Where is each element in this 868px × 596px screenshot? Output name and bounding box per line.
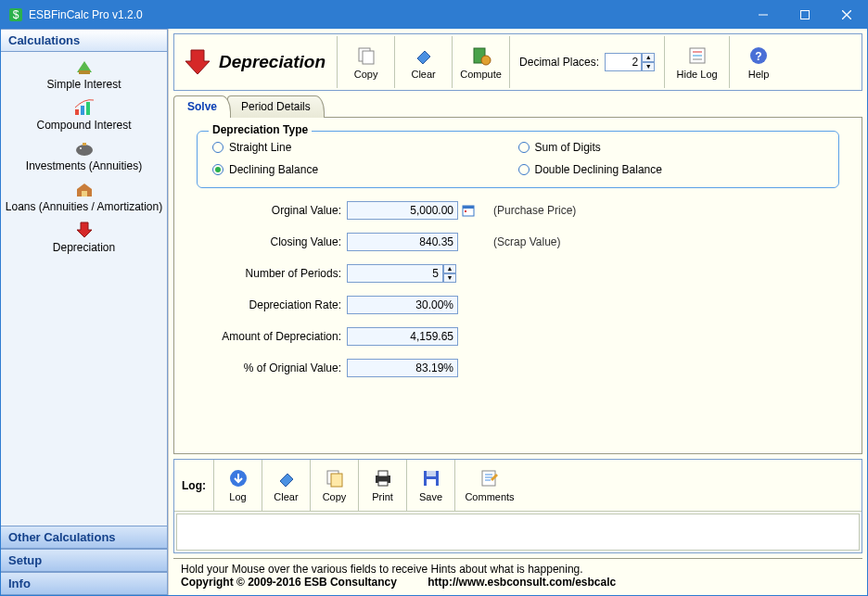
closing-value-hint: (Scrap Value): [493, 235, 560, 248]
percent-label: % of Orignial Value:: [189, 361, 347, 374]
sidebar-item-compound-interest[interactable]: Compound Interest: [1, 96, 167, 137]
sidebar-header-setup[interactable]: Setup: [1, 549, 167, 572]
status-bar: Hold your Mouse over the various fields …: [173, 558, 862, 592]
calendar-icon[interactable]: [462, 204, 475, 217]
sidebar-header-info[interactable]: Info: [1, 572, 167, 595]
svg-rect-25: [463, 206, 474, 209]
decimal-places-control: Decimal Places: ▲ ▼: [510, 36, 665, 88]
radio-declining-balance[interactable]: Declining Balance: [212, 163, 518, 176]
sidebar-item-label: Loans (Annuities / Amortization): [5, 200, 163, 213]
button-label: Copy: [354, 69, 378, 80]
log-clear-button[interactable]: Clear: [262, 460, 311, 511]
button-label: Compute: [460, 69, 502, 80]
tab-strip: Solve Period Details: [173, 95, 862, 118]
log-comments-button[interactable]: Comments: [455, 460, 524, 511]
sidebar-header-other[interactable]: Other Calculations: [1, 526, 167, 549]
amount-field[interactable]: 4,159.65: [347, 327, 458, 346]
clear-button[interactable]: Clear: [395, 36, 453, 88]
decimal-places-label: Decimal Places:: [519, 56, 599, 69]
original-value-hint: (Purchase Price): [493, 204, 576, 217]
original-value-field[interactable]: 5,000.00: [347, 201, 458, 220]
app-icon: $: [8, 7, 23, 22]
spin-down-button[interactable]: ▼: [443, 273, 456, 283]
radio-double-declining[interactable]: Double Declining Balance: [518, 163, 824, 176]
page-title-text: Depreciation: [219, 52, 326, 72]
log-text-area[interactable]: [176, 514, 860, 551]
radio-label: Declining Balance: [229, 163, 318, 176]
svg-point-17: [481, 56, 491, 65]
sidebar-item-loans[interactable]: Loans (Annuities / Amortization): [1, 178, 167, 219]
depreciation-icon: [182, 48, 213, 76]
copy-icon: [356, 45, 377, 66]
periods-field[interactable]: 5: [347, 264, 443, 283]
button-label: Help: [748, 69, 770, 80]
sidebar-item-depreciation[interactable]: Depreciation: [1, 219, 167, 260]
closing-value-field[interactable]: 840.35: [347, 233, 458, 251]
arrow-down-circle-icon: [228, 468, 249, 488]
window-title: ESBFinCalc Pro v1.2.0: [29, 8, 742, 21]
piggy-bank-icon: [5, 139, 163, 158]
radio-sum-of-digits[interactable]: Sum of Digits: [518, 141, 824, 154]
log-log-button[interactable]: Log: [214, 460, 262, 511]
tab-page-solve: Depreciation Type Straight Line Sum of D…: [173, 117, 862, 454]
svg-rect-7: [75, 109, 79, 115]
eraser-icon: [414, 45, 434, 66]
decimal-places-input[interactable]: [605, 53, 642, 71]
sidebar: Calculations Simple Interest Compound In…: [1, 29, 168, 595]
printer-icon: [373, 468, 393, 488]
log-save-button[interactable]: Save: [407, 460, 455, 511]
radio-icon: [212, 164, 223, 175]
svg-rect-32: [378, 481, 388, 486]
log-copy-button[interactable]: Copy: [311, 460, 359, 511]
help-button[interactable]: ? Help: [730, 36, 787, 88]
url-text: http://www.esbconsult.com/esbcalc: [428, 576, 616, 589]
compute-button[interactable]: Compute: [453, 36, 510, 88]
button-label: Clear: [274, 491, 298, 502]
rate-label: Depreciation Rate:: [189, 298, 347, 311]
button-label: Save: [419, 491, 442, 502]
svg-rect-34: [427, 471, 436, 476]
maximize-button[interactable]: [784, 1, 825, 29]
spin-up-button[interactable]: ▲: [443, 264, 456, 273]
svg-rect-35: [427, 479, 436, 486]
form: Orginal Value: 5,000.00 (Purchase Price)…: [189, 197, 847, 377]
note-icon: [479, 468, 500, 488]
sidebar-item-label: Investments (Annuities): [5, 159, 163, 172]
main-toolbar: Depreciation Copy Clear Compute Decimal …: [174, 34, 862, 90]
log-icon: [687, 45, 708, 66]
radio-label: Straight Line: [229, 141, 291, 154]
sidebar-header-calculations[interactable]: Calculations: [1, 29, 167, 52]
floppy-icon: [421, 468, 441, 488]
radio-straight-line[interactable]: Straight Line: [212, 141, 518, 154]
copy-button[interactable]: Copy: [338, 36, 395, 88]
money-up-icon: [5, 57, 163, 76]
closing-value-label: Closing Value:: [189, 235, 347, 248]
spin-up-button[interactable]: ▲: [642, 53, 655, 62]
main-panel: Depreciation Copy Clear Compute Decimal …: [168, 29, 867, 595]
log-print-button[interactable]: Print: [359, 460, 407, 511]
group-legend: Depreciation Type: [209, 123, 312, 136]
sidebar-item-investments[interactable]: Investments (Annuities): [1, 137, 167, 178]
help-icon: ?: [748, 45, 769, 66]
tab-solve[interactable]: Solve: [173, 95, 231, 118]
svg-rect-12: [83, 143, 86, 146]
svg-point-11: [80, 147, 82, 149]
tab-period-details[interactable]: Period Details: [227, 95, 325, 118]
rate-field[interactable]: 30.00%: [347, 296, 458, 314]
titlebar: $ ESBFinCalc Pro v1.2.0: [1, 1, 867, 29]
radio-icon: [212, 142, 223, 153]
radio-icon: [518, 142, 530, 153]
amount-label: Amount of Depreciation:: [189, 330, 347, 343]
log-panel: Log: Log Clear Copy Print: [173, 459, 862, 553]
hide-log-button[interactable]: Hide Log: [665, 36, 730, 88]
page-title: Depreciation: [176, 36, 338, 88]
minimize-button[interactable]: [742, 1, 784, 29]
depreciation-type-group: Depreciation Type Straight Line Sum of D…: [197, 131, 839, 188]
sidebar-item-label: Compound Interest: [5, 119, 163, 132]
percent-field[interactable]: 83.19%: [347, 359, 458, 377]
svg-rect-8: [81, 106, 84, 115]
sidebar-item-simple-interest[interactable]: Simple Interest: [1, 56, 167, 96]
radio-icon: [518, 164, 530, 175]
close-button[interactable]: [825, 1, 867, 29]
spin-down-button[interactable]: ▼: [642, 62, 655, 71]
